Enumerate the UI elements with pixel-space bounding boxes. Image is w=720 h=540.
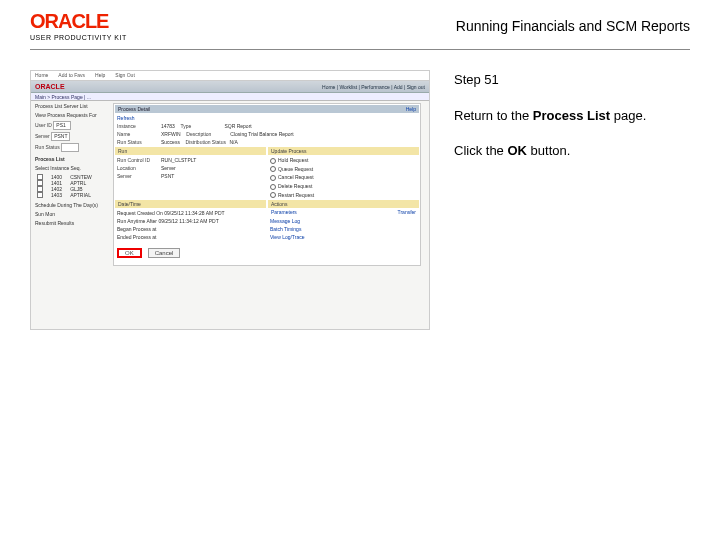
value: 09/25/12 11:34:12 AM PDT	[158, 218, 218, 224]
ss-date-created: Request Created On 09/25/12 11:34:28 AM …	[117, 210, 264, 216]
ss-action-links-1: ParametersTransfer	[268, 208, 419, 216]
ss-view-label: View Process Requests For	[35, 112, 111, 119]
ss-userid-label: User ID	[35, 122, 52, 128]
embedded-screenshot: Home Add to Favs Help Sign Out ORACLE Ho…	[30, 70, 430, 330]
cell: 1403	[51, 192, 62, 198]
ss-msglog-link: Message Log	[270, 218, 417, 224]
value: Success	[161, 139, 180, 145]
text: page.	[610, 108, 646, 123]
text: Return to the	[454, 108, 533, 123]
ss-panel-title: Process Detail	[115, 105, 419, 113]
ss-actions-header: Actions	[268, 200, 419, 208]
ss-viewlog-link: View Log/Trace	[270, 234, 417, 240]
ss-app-header: ORACLE Home | Worklist | Performance | A…	[31, 81, 429, 93]
ss-left-tabs: Process List Server List	[35, 103, 111, 110]
label: Name	[117, 131, 161, 137]
label: Hold Request	[278, 157, 308, 163]
label: Server	[117, 173, 161, 179]
label: Queue Request	[278, 166, 313, 172]
ss-userid-value: PS1	[53, 121, 71, 130]
ss-name-row: NameXRFWIN DescriptionClosing Trial Bala…	[117, 131, 417, 137]
ss-main-panel-area: Process Detail Help Refresh Instance1478…	[113, 103, 421, 266]
label: Run Control ID	[117, 157, 161, 163]
ss-process-list-heading: Process List	[35, 156, 111, 163]
label: Type	[180, 123, 224, 129]
label: Delete Request	[278, 183, 312, 189]
link: Parameters	[271, 209, 297, 215]
ss-date-began: Began Process at	[117, 226, 264, 232]
ss-runctl-row: Run Control IDRUN_CLSTPLT	[117, 157, 264, 163]
value: Server	[161, 165, 176, 171]
ss-date-header: Date/Time	[115, 200, 266, 208]
ss-sun: Sun	[35, 211, 44, 217]
value: Closing Trial Balance Report	[230, 131, 293, 137]
ss-instance-row: Instance14783 TypeSQR Report	[117, 123, 417, 129]
radio-icon	[270, 158, 276, 164]
value: RUN_CLSTPLT	[161, 157, 196, 163]
page-header: ORACLE USER PRODUCTIVITY KIT Running Fin…	[0, 0, 720, 45]
link: Transfer	[398, 209, 416, 215]
ss-batch-link: Batch Timings	[270, 226, 417, 232]
ok-button[interactable]: OK	[117, 248, 142, 258]
ss-schedule-label: Schedule During The Day(s)	[35, 202, 111, 209]
ss-radio-hold: Hold Request	[270, 157, 417, 164]
text: button.	[527, 143, 570, 158]
label: Request Created On	[117, 210, 163, 216]
label: Cancel Request	[278, 174, 314, 180]
ss-menu-item: Add to Favs	[58, 72, 85, 79]
radio-icon	[270, 175, 276, 181]
ss-update-header: Update Process	[268, 147, 419, 155]
table-row: 1403APTRIAL	[35, 192, 111, 198]
label: Distribution Status	[185, 139, 229, 145]
label: Run Anytime After	[117, 218, 157, 224]
ss-mon: Mon	[45, 211, 55, 217]
content-area: Home Add to Favs Help Sign Out ORACLE Ho…	[0, 50, 720, 330]
ss-refresh-link: Refresh	[117, 115, 417, 121]
ss-userid-row: User ID PS1	[35, 121, 111, 130]
instruction-line-1: Return to the Process List page.	[454, 106, 690, 126]
value: PSNT	[161, 173, 174, 179]
ss-browser-menubar: Home Add to Favs Help Sign Out	[31, 71, 429, 81]
label: Location	[117, 165, 161, 171]
ss-breadcrumb: Main > Process Page | ...	[31, 93, 429, 101]
ss-runstatus-row: Run Status	[35, 143, 111, 152]
step-number: Step 51	[454, 70, 690, 90]
ss-days-row: Sun Mon	[35, 211, 111, 218]
ss-runstatus-label: Run Status	[35, 144, 60, 150]
ss-resubmit-label: Resubmit Results	[35, 220, 111, 227]
ss-process-grid: 1400CSNTEW 1401APTRL 1402GLJB 1403APTRIA…	[35, 174, 111, 198]
value: SQR Report	[224, 123, 251, 129]
ss-radio-restart: Restart Request	[270, 192, 417, 199]
ss-status-row: Run StatusSuccess Distribution StatusN/A	[117, 139, 417, 145]
ss-radio-cancel: Cancel Request	[270, 174, 417, 181]
instruction-line-2: Click the OK button.	[454, 141, 690, 161]
ss-body: Process List Server List View Process Re…	[31, 101, 429, 321]
radio-icon	[270, 192, 276, 198]
label: Instance	[117, 123, 161, 129]
ss-location-row: LocationServer	[117, 165, 264, 171]
ss-radio-delete: Delete Request	[270, 183, 417, 190]
ss-radio-queue: Queue Request	[270, 166, 417, 173]
ss-server-row: Server PSNT	[35, 132, 111, 141]
value: N/A	[229, 139, 237, 145]
ss-oracle-logo: ORACLE	[35, 83, 65, 90]
label: Restart Request	[278, 192, 314, 198]
radio-icon	[270, 166, 276, 172]
radio-icon	[270, 184, 276, 190]
cancel-button[interactable]: Cancel	[148, 248, 181, 258]
ss-menu-item: Sign Out	[115, 72, 134, 79]
label: Description	[186, 131, 230, 137]
ss-runstatus-value	[61, 143, 79, 152]
value: 09/25/12 11:34:28 AM PDT	[164, 210, 224, 216]
ss-button-row: OK Cancel	[117, 248, 417, 258]
ss-header-links: Home | Worklist | Performance | Add | Si…	[322, 84, 425, 90]
text: Click the	[454, 143, 507, 158]
ss-date-runafter: Run Anytime After 09/25/12 11:34:12 AM P…	[117, 218, 264, 224]
text-bold: Process List	[533, 108, 610, 123]
logo-block: ORACLE USER PRODUCTIVITY KIT	[30, 10, 127, 41]
text-bold: OK	[507, 143, 527, 158]
ss-run-header: Run	[115, 147, 266, 155]
cell: APTRIAL	[70, 192, 91, 198]
ss-process-detail-panel: Process Detail Help Refresh Instance1478…	[113, 103, 421, 266]
oracle-logo: ORACLE	[30, 10, 127, 33]
